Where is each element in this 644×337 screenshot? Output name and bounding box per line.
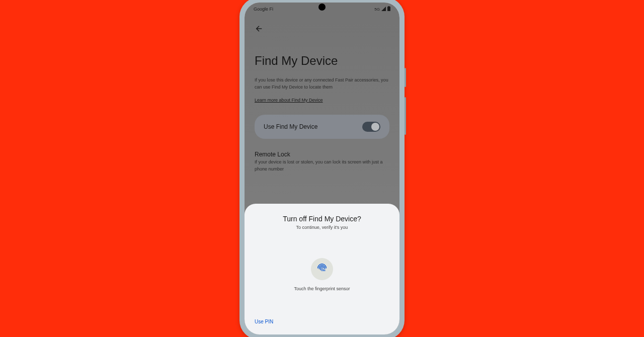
fingerprint-icon xyxy=(316,263,328,276)
use-pin-button[interactable]: Use PIN xyxy=(255,319,389,324)
svg-rect-1 xyxy=(388,6,389,7)
settings-content: Find My Device If you lose this device o… xyxy=(245,14,399,179)
phone-frame: Google Fi 5G Find My Device If you lose … xyxy=(239,0,405,337)
phone-power-button xyxy=(405,68,406,87)
toggle-switch[interactable] xyxy=(362,122,380,132)
learn-more-link[interactable]: Learn more about Find My Device xyxy=(255,98,323,103)
camera-notch xyxy=(318,4,326,11)
remote-lock-description: If your device is lost or stolen, you ca… xyxy=(255,159,389,173)
dialog-subtitle: To continue, verify it's you xyxy=(255,225,389,230)
carrier-label: Google Fi xyxy=(254,7,273,12)
battery-icon xyxy=(387,6,390,12)
toggle-label: Use Find My Device xyxy=(264,123,317,130)
phone-screen: Google Fi 5G Find My Device If you lose … xyxy=(245,3,399,334)
back-button[interactable] xyxy=(255,20,389,40)
network-label: 5G xyxy=(374,7,380,12)
status-right: 5G xyxy=(374,6,390,12)
fingerprint-hint: Touch the fingerprint sensor xyxy=(294,286,350,291)
phone-volume-button xyxy=(405,97,406,135)
page-description: If you lose this device or any connected… xyxy=(255,77,389,91)
dialog-title: Turn off Find My Device? xyxy=(255,215,389,223)
use-find-my-device-toggle-card[interactable]: Use Find My Device xyxy=(255,115,389,139)
page-title: Find My Device xyxy=(255,54,389,68)
verify-dialog: Turn off Find My Device? To continue, ve… xyxy=(245,204,399,334)
svg-rect-0 xyxy=(387,7,390,11)
remote-lock-title: Remote Lock xyxy=(255,151,389,158)
toggle-knob xyxy=(371,123,379,131)
phone-side-buttons xyxy=(405,68,406,145)
signal-icon xyxy=(381,7,386,12)
fingerprint-area: Touch the fingerprint sensor xyxy=(255,230,389,319)
fingerprint-sensor[interactable] xyxy=(311,258,333,280)
